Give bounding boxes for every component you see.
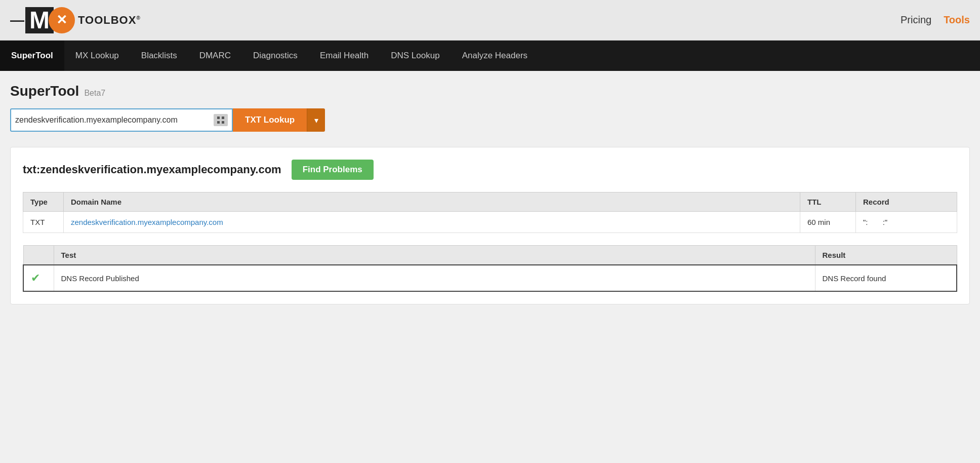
page-beta-label: Beta7 (84, 89, 105, 98)
col-header-domain-name: Domain Name (64, 192, 800, 212)
domain-link[interactable]: zendeskverification.myexamplecompany.com (71, 218, 223, 226)
col-header-ttl: TTL (800, 192, 856, 212)
search-input-wrapper (10, 108, 233, 132)
check-circle-icon: ✔ (31, 272, 40, 284)
nav-diagnostics[interactable]: Diagnostics (242, 41, 309, 71)
cell-ttl: 60 min (800, 212, 856, 233)
search-icon-button[interactable] (214, 114, 228, 126)
dns-records-table: Type Domain Name TTL Record TXT zendeskv… (23, 192, 957, 233)
nav-supertool[interactable]: SuperTool (0, 41, 64, 71)
nav-dns-lookup[interactable]: DNS Lookup (380, 41, 451, 71)
nav-mx-lookup[interactable]: MX Lookup (64, 41, 130, 71)
page-title-area: SuperTool Beta7 (10, 83, 970, 99)
logo: — M ✕ TOOLBOX® (10, 7, 141, 33)
col-header-icon (23, 246, 54, 265)
svg-rect-1 (222, 117, 224, 119)
cell-record: ": :" (856, 212, 957, 233)
search-input[interactable] (15, 115, 214, 125)
cell-test-name: DNS Record Published (54, 265, 815, 291)
nav-bar: SuperTool MX Lookup Blacklists DMARC Dia… (0, 41, 980, 71)
page-title: SuperTool (10, 83, 79, 99)
tools-link[interactable]: Tools (944, 14, 970, 26)
nav-analyze-headers[interactable]: Analyze Headers (451, 41, 539, 71)
nav-blacklists[interactable]: Blacklists (130, 41, 188, 71)
svg-rect-3 (222, 121, 224, 124)
svg-rect-2 (217, 121, 220, 124)
pricing-link[interactable]: Pricing (901, 14, 931, 26)
test-results-table: Test Result ✔ DNS Record Published DNS R… (23, 245, 957, 292)
cell-test-result: DNS Record found (815, 265, 957, 291)
result-card: txt:zendeskverification.myexamplecompany… (10, 147, 970, 304)
logo-x-icon: ✕ (56, 12, 67, 28)
cell-domain: zendeskverification.myexamplecompany.com (64, 212, 800, 233)
col-header-result: Result (815, 246, 957, 265)
col-header-type: Type (23, 192, 64, 212)
test-row-success: ✔ DNS Record Published DNS Record found (23, 265, 957, 291)
logo-toolbox-text: TOOLBOX® (78, 14, 141, 27)
result-domain-label: txt:zendeskverification.myexamplecompany… (23, 163, 281, 176)
lookup-dropdown-button[interactable]: ▾ (307, 108, 325, 132)
cell-type: TXT (23, 212, 64, 233)
svg-rect-0 (217, 117, 220, 119)
nav-email-health[interactable]: Email Health (309, 41, 380, 71)
find-problems-button[interactable]: Find Problems (292, 160, 374, 180)
result-header: txt:zendeskverification.myexamplecompany… (23, 160, 957, 180)
logo-circle: ✕ (49, 7, 75, 33)
search-area: TXT Lookup ▾ (10, 108, 970, 132)
col-header-test: Test (54, 246, 815, 265)
page-content: SuperTool Beta7 TXT Lookup ▾ txt:zendesk… (0, 71, 980, 317)
table-row: TXT zendeskverification.myexamplecompany… (23, 212, 957, 233)
header-nav: Pricing Tools (901, 14, 970, 26)
cell-status-icon: ✔ (23, 265, 54, 291)
logo-dash: — (10, 12, 24, 28)
grid-icon (217, 116, 225, 124)
top-header: — M ✕ TOOLBOX® Pricing Tools (0, 0, 980, 41)
txt-lookup-button[interactable]: TXT Lookup (233, 108, 307, 132)
col-header-record: Record (856, 192, 957, 212)
nav-dmarc[interactable]: DMARC (188, 41, 242, 71)
